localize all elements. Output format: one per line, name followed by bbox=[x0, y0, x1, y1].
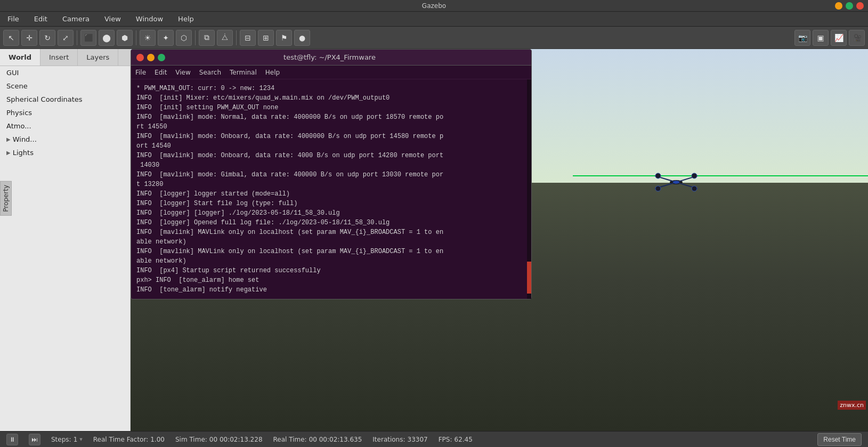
toolbar-copy-btn[interactable]: ⧉ bbox=[199, 30, 215, 46]
sim-time-value: 00 00:02:13.228 bbox=[209, 436, 263, 443]
real-time-value: 00 00:02:13.635 bbox=[309, 436, 362, 443]
term-menu-terminal[interactable]: Terminal bbox=[230, 69, 257, 76]
tab-world[interactable]: World bbox=[0, 49, 40, 66]
sim-time-item: Sim Time: 00 00:02:13.228 bbox=[175, 436, 263, 443]
viewport-line bbox=[573, 175, 868, 176]
menu-help[interactable]: Help bbox=[175, 14, 197, 24]
toolbar-flag-btn[interactable]: ⚑ bbox=[276, 30, 292, 46]
window-close-btn[interactable] bbox=[856, 2, 864, 10]
sidebar-item-atmo[interactable]: Atmo... bbox=[0, 119, 130, 133]
toolbar-video-btn[interactable]: 🎥 bbox=[849, 30, 865, 46]
steps-label: Steps: bbox=[51, 436, 71, 443]
toolbar-object-btn[interactable]: ● bbox=[294, 30, 310, 46]
terminal-content[interactable]: * PWM_MAIN_OUT: curr: 0 -> new: 1234 INF… bbox=[131, 79, 531, 299]
menu-camera[interactable]: Camera bbox=[59, 14, 93, 24]
term-menu-search[interactable]: Search bbox=[199, 69, 221, 76]
iterations-item: Iterations: 33307 bbox=[372, 436, 427, 443]
sidebar-item-scene[interactable]: Scene bbox=[0, 79, 130, 93]
toolbar-rotate-btn[interactable]: ↻ bbox=[39, 30, 55, 46]
toolbar-snap-btn[interactable]: ⊞ bbox=[258, 30, 274, 46]
svg-point-6 bbox=[692, 186, 697, 191]
sidebar-item-physics[interactable]: Physics bbox=[0, 106, 130, 119]
tab-layers[interactable]: Layers bbox=[78, 49, 118, 66]
toolbar-spot-btn[interactable]: ✦ bbox=[158, 30, 174, 46]
status-bar: ⏸ ⏭ Steps: 1 ▾ Real Time Factor: 1.00 Si… bbox=[0, 431, 868, 447]
realtime-factor-label: Real Time Factor: bbox=[93, 436, 148, 443]
toolbar-translate-btn[interactable]: ✛ bbox=[21, 30, 37, 46]
toolbar-sphere-btn[interactable]: ⬤ bbox=[99, 30, 115, 46]
svg-point-3 bbox=[655, 173, 661, 178]
fps-label: FPS: bbox=[439, 436, 452, 443]
tab-insert[interactable]: Insert bbox=[40, 49, 78, 66]
menu-window[interactable]: Window bbox=[133, 14, 166, 24]
toolbar: ↖ ✛ ↻ ⤢ ⬛ ⬤ ⬢ ☀ ✦ ⬡ ⧉ ⧊ ⊟ ⊞ ⚑ ● 📷 ▣ 📈 🎥 bbox=[0, 27, 868, 49]
steps-item: Steps: 1 ▾ bbox=[51, 436, 83, 443]
title-bar: Gazebo bbox=[0, 0, 868, 12]
svg-point-5 bbox=[655, 186, 661, 191]
menu-edit[interactable]: Edit bbox=[31, 14, 51, 24]
left-sidebar: World Insert Layers GUI Scene Spherical … bbox=[0, 49, 131, 431]
toolbar-plot-btn[interactable]: 📈 bbox=[831, 30, 847, 46]
terminal-max-btn[interactable] bbox=[158, 54, 165, 61]
tab-bar: World Insert Layers bbox=[0, 49, 130, 66]
main-layout: World Insert Layers GUI Scene Spherical … bbox=[0, 49, 868, 431]
sidebar-item-wind[interactable]: Wind... bbox=[0, 133, 130, 146]
terminal-window-btns bbox=[136, 54, 165, 61]
toolbar-camera-screenshot-btn[interactable]: 📷 bbox=[794, 30, 810, 46]
steps-arrow: ▾ bbox=[79, 436, 83, 443]
terminal-menu-bar: File Edit View Search Terminal Help bbox=[131, 66, 531, 79]
terminal-close-btn[interactable] bbox=[136, 54, 144, 61]
toolbar-select-btn[interactable]: ↖ bbox=[3, 30, 19, 46]
drone bbox=[655, 172, 697, 195]
iterations-label: Iterations: bbox=[372, 436, 405, 443]
window-maximize-btn[interactable] bbox=[846, 2, 853, 10]
toolbar-scale-btn[interactable]: ⤢ bbox=[58, 30, 74, 46]
term-menu-edit[interactable]: Edit bbox=[155, 69, 167, 76]
window-minimize-btn[interactable] bbox=[835, 2, 842, 10]
real-time-item: Real Time: 00 00:02:13.635 bbox=[273, 436, 362, 443]
sim-time-label: Sim Time: bbox=[175, 436, 207, 443]
fps-item: FPS: 62.45 bbox=[439, 436, 473, 443]
fps-value: 62.45 bbox=[455, 436, 473, 443]
toolbar-sep-4 bbox=[236, 30, 237, 45]
iterations-value: 33307 bbox=[408, 436, 428, 443]
term-menu-file[interactable]: File bbox=[135, 69, 146, 76]
menu-bar: File Edit Camera View Window Help bbox=[0, 12, 868, 27]
toolbar-cylinder-btn[interactable]: ⬢ bbox=[117, 30, 133, 46]
toolbar-align-btn[interactable]: ⊟ bbox=[240, 30, 256, 46]
sidebar-item-gui[interactable]: GUI bbox=[0, 66, 130, 79]
toolbar-sep-2 bbox=[136, 30, 136, 45]
term-menu-help[interactable]: Help bbox=[265, 69, 280, 76]
svg-point-4 bbox=[692, 173, 697, 178]
app-title: Gazebo bbox=[422, 2, 446, 10]
toolbar-sun-btn[interactable]: ☀ bbox=[140, 30, 156, 46]
toolbar-sep-1 bbox=[77, 30, 77, 45]
steps-value: 1 bbox=[74, 436, 78, 443]
pause-btn[interactable]: ⏸ bbox=[6, 434, 18, 445]
toolbar-paste-btn[interactable]: ⧊ bbox=[217, 30, 233, 46]
terminal-title-bar[interactable]: test@tfly: ~/PX4_Firmware bbox=[131, 50, 531, 66]
sidebar-item-lights[interactable]: Lights bbox=[0, 146, 130, 159]
menu-view[interactable]: View bbox=[101, 14, 124, 24]
realtime-factor-value: 1.00 bbox=[150, 436, 165, 443]
property-label: Property bbox=[0, 181, 12, 216]
terminal-title-text: test@tfly: ~/PX4_Firmware bbox=[283, 53, 376, 61]
toolbar-mesh-btn[interactable]: ⬡ bbox=[176, 30, 192, 46]
menu-file[interactable]: File bbox=[4, 14, 22, 24]
skip-btn[interactable]: ⏭ bbox=[29, 434, 40, 445]
realtime-factor-item: Real Time Factor: 1.00 bbox=[93, 436, 165, 443]
toolbar-box-btn[interactable]: ⬛ bbox=[80, 30, 96, 46]
viewport[interactable]: test@tfly: ~/PX4_Firmware File Edit View… bbox=[131, 49, 868, 431]
watermark: znwx.cn bbox=[838, 401, 866, 410]
toolbar-log-btn[interactable]: ▣ bbox=[813, 30, 829, 46]
term-menu-view[interactable]: View bbox=[175, 69, 190, 76]
terminal-scrollbar[interactable] bbox=[527, 79, 531, 299]
svg-point-7 bbox=[673, 181, 679, 184]
real-time-label: Real Time: bbox=[273, 436, 307, 443]
sidebar-item-spherical[interactable]: Spherical Coordinates bbox=[0, 93, 130, 106]
toolbar-sep-3 bbox=[195, 30, 196, 45]
terminal-window: test@tfly: ~/PX4_Firmware File Edit View… bbox=[131, 49, 532, 299]
scrollbar-thumb[interactable] bbox=[527, 262, 531, 294]
terminal-min-btn[interactable] bbox=[147, 54, 155, 61]
reset-time-btn[interactable]: Reset Time bbox=[817, 433, 862, 446]
